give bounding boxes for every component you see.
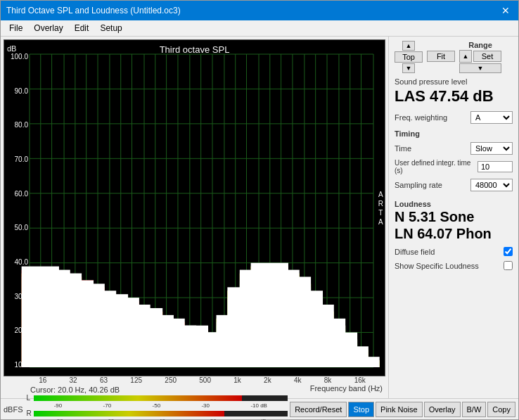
x-label-16: 16 bbox=[39, 376, 46, 384]
top-fit-section: ▲ Top ▼ bbox=[395, 41, 423, 73]
r-level-fill bbox=[34, 411, 224, 416]
x-label-1k: 1k bbox=[233, 376, 241, 384]
freq-weighting-row: Freq. weighting A B C Z bbox=[395, 111, 513, 124]
show-specific-label: Show Specific Loudness bbox=[395, 262, 479, 270]
r-level-bar bbox=[34, 411, 288, 416]
chart-canvas[interactable] bbox=[4, 40, 385, 376]
level-meters: L -90 -70 -50 -30 -10 dB R -80 bbox=[27, 394, 288, 420]
chart-x-axis: 16 32 63 125 250 500 1k 2k 4k 8k 16k bbox=[4, 376, 385, 384]
diffuse-field-row: Diffuse field bbox=[395, 247, 513, 256]
sampling-label: Sampling rate bbox=[395, 181, 470, 189]
show-specific-checkbox[interactable] bbox=[504, 261, 513, 270]
main-content: Third octave SPL dB ARTA 100.0 90.0 80.0… bbox=[1, 37, 518, 398]
window-title: Third Octave SPL and Loudness (Untitled.… bbox=[6, 6, 181, 15]
integr-label: User defined integr. time (s) bbox=[395, 159, 478, 174]
spl-section: Sound pressure level LAS 47.54 dB bbox=[395, 77, 513, 106]
spl-section-label: Sound pressure level bbox=[395, 77, 513, 86]
y-label-80: 80.0 bbox=[6, 121, 28, 129]
y-label-90: 90.0 bbox=[6, 87, 28, 95]
fit-button[interactable]: Fit bbox=[427, 51, 455, 62]
x-label-4k: 4k bbox=[294, 376, 302, 384]
sampling-row: Sampling rate 48000 44100 bbox=[395, 179, 513, 191]
freq-weighting-label: Freq. weighting bbox=[395, 113, 447, 122]
sidebar: ▲ Top ▼ Fit Range ▲ Set ▼ bbox=[388, 37, 518, 398]
chart-title: Third octave SPL bbox=[160, 44, 230, 55]
y-label-60: 60.0 bbox=[6, 190, 28, 198]
y-label-10: 10.0 bbox=[6, 361, 28, 369]
l-level-bar bbox=[34, 395, 288, 401]
l-tick-70: -70 bbox=[103, 402, 112, 409]
top-button[interactable]: Top bbox=[395, 51, 423, 63]
show-specific-row: Show Specific Loudness bbox=[395, 261, 513, 270]
overlay-button[interactable]: Overlay bbox=[424, 402, 461, 417]
loudness-header: Loudness bbox=[395, 200, 513, 208]
fit-placeholder bbox=[440, 41, 442, 49]
y-label-40: 40.0 bbox=[6, 258, 28, 266]
menu-setup[interactable]: Setup bbox=[97, 22, 124, 34]
range-section: Range ▲ Set ▼ bbox=[459, 41, 501, 73]
copy-button[interactable]: Copy bbox=[487, 402, 515, 417]
action-buttons: Record/Reset Stop Pink Noise Overlay B/W… bbox=[290, 402, 515, 417]
integr-row: User defined integr. time (s) bbox=[395, 159, 513, 174]
fit-section: Fit bbox=[427, 41, 455, 62]
range-label: Range bbox=[468, 41, 492, 49]
r-channel-row: R bbox=[27, 409, 288, 417]
diffuse-field-checkbox[interactable] bbox=[504, 247, 513, 256]
top-down-button[interactable]: ▼ bbox=[402, 63, 415, 73]
l-channel-row: L bbox=[27, 394, 288, 402]
menu-file[interactable]: File bbox=[6, 22, 25, 34]
l-level-fill bbox=[34, 395, 243, 401]
y-label-100: 100.0 bbox=[6, 53, 28, 61]
timing-header: Timing bbox=[395, 129, 513, 138]
time-label: Time bbox=[395, 144, 470, 153]
l-channel-label: L bbox=[27, 394, 32, 402]
pink-noise-button[interactable]: Pink Noise bbox=[376, 402, 423, 417]
diffuse-field-label: Diffuse field bbox=[395, 248, 435, 256]
arta-label: ARTA bbox=[378, 190, 383, 227]
l-tick-30: -30 bbox=[201, 402, 210, 409]
x-label-125: 125 bbox=[130, 376, 142, 384]
close-button[interactable]: ✕ bbox=[499, 5, 513, 16]
time-select[interactable]: Slow Fast bbox=[470, 142, 513, 155]
y-label-70: 70.0 bbox=[6, 155, 28, 163]
loudness-ln: LN 64.07 Phon bbox=[395, 225, 513, 242]
l-tick-90: -90 bbox=[54, 402, 63, 409]
menu-edit[interactable]: Edit bbox=[72, 22, 92, 34]
set-button[interactable]: Set bbox=[473, 51, 501, 62]
loudness-section: Loudness N 5.31 Sone LN 64.07 Phon bbox=[395, 197, 513, 242]
r-channel-label: R bbox=[27, 409, 32, 417]
loudness-n: N 5.31 Sone bbox=[395, 208, 513, 225]
menu-overlay[interactable]: Overlay bbox=[31, 22, 65, 34]
top-up-button[interactable]: ▲ bbox=[402, 41, 415, 51]
spl-value: LAS 47.54 dB bbox=[395, 87, 513, 106]
menu-bar: File Overlay Edit Setup bbox=[1, 20, 518, 37]
x-label-250: 250 bbox=[165, 376, 177, 384]
integr-input[interactable] bbox=[478, 161, 513, 172]
chart-container: Third octave SPL dB ARTA 100.0 90.0 80.0… bbox=[4, 39, 385, 376]
dbfs-label: dBFS bbox=[4, 405, 23, 414]
stop-button[interactable]: Stop bbox=[348, 402, 374, 417]
main-window: Third Octave SPL and Loudness (Untitled.… bbox=[0, 0, 519, 420]
x-label-32: 32 bbox=[70, 376, 77, 384]
l-tick-10: -10 dB bbox=[250, 402, 267, 409]
x-label-2k: 2k bbox=[264, 376, 271, 384]
x-label-8k: 8k bbox=[324, 376, 332, 384]
y-label-50: 50.0 bbox=[6, 224, 28, 231]
record-reset-button[interactable]: Record/Reset bbox=[290, 402, 347, 417]
sampling-select[interactable]: 48000 44100 bbox=[470, 179, 513, 191]
x-label-63: 63 bbox=[100, 376, 108, 384]
freq-band-label: Frequency band (Hz) bbox=[310, 384, 383, 395]
title-bar: Third Octave SPL and Loudness (Untitled.… bbox=[1, 1, 518, 20]
bottom-bar: dBFS L -90 -70 -50 -30 -10 dB R bbox=[1, 398, 518, 419]
l-tick-50: -50 bbox=[153, 402, 161, 409]
freq-weighting-select[interactable]: A B C Z bbox=[470, 111, 513, 124]
bw-button[interactable]: B/W bbox=[462, 402, 487, 417]
y-label-30: 30.0 bbox=[6, 293, 28, 300]
range-down-button[interactable]: ▼ bbox=[459, 63, 501, 73]
x-label-16k: 16k bbox=[354, 376, 366, 384]
x-label-500: 500 bbox=[199, 376, 211, 384]
chart-y-axis: 100.0 90.0 80.0 70.0 60.0 50.0 40.0 30.0… bbox=[4, 40, 28, 376]
y-label-20: 20.0 bbox=[6, 326, 28, 334]
range-up-button[interactable]: ▲ bbox=[459, 50, 472, 63]
time-row: Time Slow Fast bbox=[395, 142, 513, 155]
